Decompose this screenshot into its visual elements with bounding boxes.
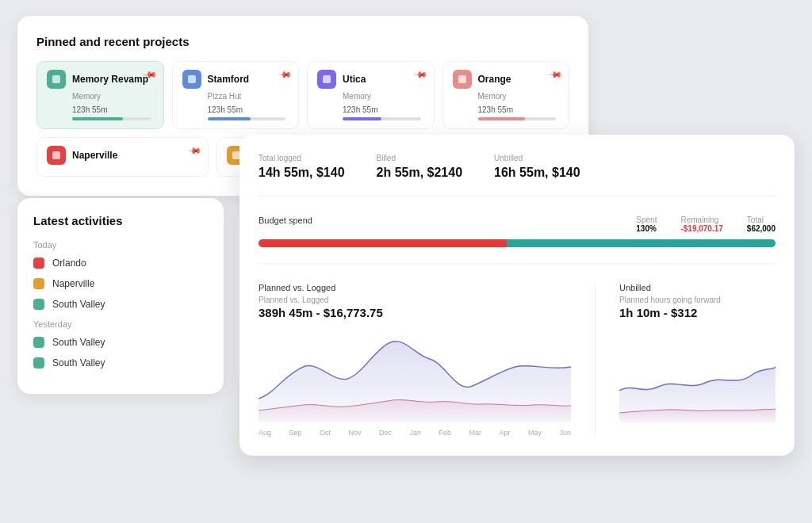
- planned-chart-block: Planned vs. Logged Planned vs. Logged 38…: [259, 283, 571, 437]
- projects-title: Pinned and recent projects: [36, 35, 569, 48]
- stats-row: Total logged 14h 55m, $140 Billed 2h 55m…: [259, 154, 776, 197]
- charts-section: Planned vs. Logged Planned vs. Logged 38…: [259, 283, 776, 437]
- budget-remaining: Remaining -$19,070.17: [680, 216, 722, 233]
- stat-total-value: 14h 55m, $140: [259, 166, 345, 180]
- stat-unbilled-value: 16h 55m, $140: [494, 166, 580, 180]
- activity-item: South Valley: [33, 357, 208, 368]
- budget-total: Total $62,000: [747, 216, 776, 233]
- today-label: Today: [33, 240, 208, 250]
- budget-spent: Spent 130%: [636, 216, 657, 233]
- stat-billed: Billed 2h 55m, $2140: [377, 154, 463, 180]
- yesterday-items: South ValleySouth Valley: [33, 337, 208, 368]
- budget-section: Budget spend Spent 130% Remaining -$19,0…: [259, 216, 776, 264]
- budget-bar-green: [507, 239, 776, 247]
- stat-unbilled: Unbilled 16h 55m, $140: [494, 154, 580, 180]
- project-card[interactable]: Naperville 📌: [36, 137, 209, 177]
- activity-title: Latest activities: [33, 214, 208, 227]
- project-card[interactable]: Memory Revamp 📌 Memory 123h 55m: [36, 61, 164, 129]
- planned-chart-svg: [259, 327, 571, 422]
- stat-total-logged: Total logged 14h 55m, $140: [259, 154, 345, 180]
- yesterday-label: Yesterday: [33, 319, 208, 329]
- detail-card: Total logged 14h 55m, $140 Billed 2h 55m…: [239, 135, 795, 456]
- activity-item: South Valley: [33, 299, 208, 310]
- planned-title: Planned vs. Logged: [259, 283, 571, 292]
- chart-divider: [595, 283, 596, 437]
- budget-bar-red: [259, 239, 507, 247]
- budget-meta: Spent 130% Remaining -$19,070.17 Total $…: [636, 216, 776, 233]
- activity-card: Latest activities Today OrlandoNapervill…: [17, 198, 224, 394]
- budget-bar: [259, 239, 776, 247]
- svg-rect-4: [52, 151, 60, 159]
- svg-rect-2: [323, 75, 331, 83]
- unbilled-subtitle: Planned hours going forward: [619, 296, 776, 304]
- today-items: OrlandoNapervilleSouth Valley: [33, 258, 208, 310]
- project-card[interactable]: Utica 📌 Memory 123h 55m: [307, 61, 435, 129]
- svg-rect-3: [458, 75, 466, 83]
- unbilled-chart-svg: [619, 327, 776, 422]
- unbilled-title: Unbilled: [619, 283, 776, 292]
- chart-xaxis: Aug Sep Oct Nov Dec Jan Feb Mar Apr May …: [259, 429, 571, 437]
- activity-item: Naperville: [33, 278, 208, 289]
- svg-rect-0: [52, 75, 60, 83]
- projects-row1: Memory Revamp 📌 Memory 123h 55m Stamford…: [36, 61, 569, 129]
- planned-value: 389h 45m - $16,773.75: [259, 306, 571, 319]
- planned-subtitle: Planned vs. Logged: [259, 296, 571, 304]
- unbilled-value: 1h 10m - $312: [619, 306, 776, 319]
- svg-rect-1: [188, 75, 196, 83]
- stat-billed-value: 2h 55m, $2140: [377, 166, 463, 180]
- project-card[interactable]: Stamford 📌 Pizza Hut 123h 55m: [172, 61, 300, 129]
- activity-item: South Valley: [33, 337, 208, 348]
- budget-label: Budget spend: [259, 216, 312, 225]
- stat-total-label: Total logged: [259, 154, 345, 162]
- stat-billed-label: Billed: [377, 154, 463, 162]
- project-card[interactable]: Orange 📌 Memory 123h 55m: [442, 61, 570, 129]
- stat-unbilled-label: Unbilled: [494, 154, 580, 162]
- activity-item: Orlando: [33, 258, 208, 269]
- unbilled-chart-block: Unbilled Planned hours going forward 1h …: [619, 283, 776, 437]
